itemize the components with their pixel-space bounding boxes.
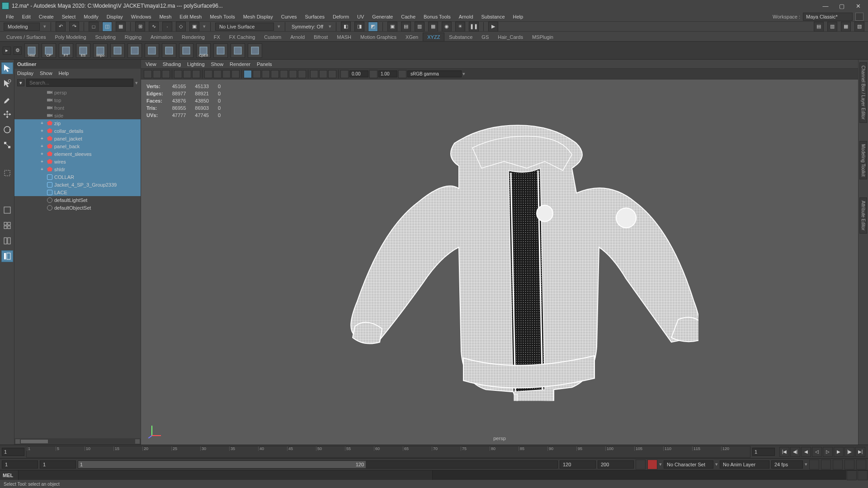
vp-select-camera-icon[interactable] xyxy=(144,70,152,78)
shelf-tab-rendering[interactable]: Rendering xyxy=(177,33,209,41)
range-loop-icon[interactable] xyxy=(844,460,854,469)
vp-2d-pan-icon[interactable] xyxy=(183,70,191,78)
time-slider[interactable]: 1 15101520253035404550556065707580859095… xyxy=(0,445,868,458)
shelf-tab-gs[interactable]: GS xyxy=(477,33,493,41)
pause-icon[interactable]: ❚❚ xyxy=(469,22,479,32)
render-settings-icon[interactable]: ▥ xyxy=(415,22,425,32)
shelf-14[interactable] xyxy=(248,43,262,58)
vp-xray-icon[interactable] xyxy=(310,70,318,78)
menu-curves[interactable]: Curves xyxy=(277,13,301,21)
menu-generate[interactable]: Generate xyxy=(368,13,397,21)
menu-deform[interactable]: Deform xyxy=(329,13,353,21)
panel-menu-panels[interactable]: Panels xyxy=(257,61,272,67)
panel-menu-renderer[interactable]: Renderer xyxy=(230,61,250,67)
outliner-item-defaultlightset[interactable]: defaultLightSet xyxy=(14,196,141,204)
outliner-camera-top[interactable]: top xyxy=(14,96,141,104)
vp-gamma-field[interactable]: 1.00 xyxy=(378,70,397,77)
vp-grease-icon[interactable] xyxy=(192,70,200,78)
outliner-item-collar_details[interactable]: +collar_details xyxy=(14,127,141,135)
shelf-cped[interactable]: CpEd xyxy=(196,43,211,58)
shelf-tab-motion-graphics[interactable]: Motion Graphics xyxy=(356,33,401,41)
auto-key-toggle[interactable] xyxy=(636,460,646,469)
vp-grid-icon[interactable] xyxy=(204,70,212,78)
shelf-tab-curves-surfaces[interactable]: Curves / Surfaces xyxy=(2,33,50,41)
output-connections-icon[interactable]: ◩ xyxy=(368,22,378,32)
outliner-item-panel_jacket[interactable]: +panel_jacket xyxy=(14,135,141,142)
range-out-field[interactable]: 120 xyxy=(560,460,596,469)
vp-motion-blur-icon[interactable] xyxy=(289,70,297,78)
workspace-lock-icon[interactable] xyxy=(855,13,863,21)
close-button[interactable]: ✕ xyxy=(850,0,866,11)
command-help-icon[interactable] xyxy=(858,470,868,480)
vp-wireframe-icon[interactable] xyxy=(244,70,252,78)
shelf-tab-xgen[interactable]: XGen xyxy=(401,33,423,41)
shelf-tab-bifrost[interactable]: Bifrost xyxy=(309,33,332,41)
outliner-item-defaultobjectset[interactable]: defaultObjectSet xyxy=(14,204,141,211)
symmetry-label[interactable]: Symmetry: Off xyxy=(290,24,325,29)
snap-plane-icon[interactable]: ◇ xyxy=(176,22,186,32)
select-tool-icon[interactable] xyxy=(1,62,13,74)
menu-mesh[interactable]: Mesh xyxy=(155,13,175,21)
vp-colorspace-dropdown[interactable]: sRGB gamma xyxy=(407,70,462,77)
command-input[interactable] xyxy=(18,470,432,480)
toggle-attribute-icon[interactable]: ▦ xyxy=(841,22,851,32)
vp-bookmark-icon[interactable] xyxy=(162,70,170,78)
play-back-icon[interactable]: ◁ xyxy=(812,447,822,457)
shelf-es[interactable]: ES xyxy=(76,43,90,58)
outliner-menu-display[interactable]: Display xyxy=(17,70,33,76)
script-editor-icon[interactable] xyxy=(847,470,857,480)
menu-file[interactable]: File xyxy=(2,13,18,21)
go-to-start-icon[interactable]: |◀ xyxy=(779,447,789,457)
menu-create[interactable]: Create xyxy=(35,13,58,21)
menu-help[interactable]: Help xyxy=(509,13,528,21)
outliner-camera-persp[interactable]: persp xyxy=(14,89,141,96)
menu-windows[interactable]: Windows xyxy=(127,13,156,21)
shelf-tab-fx[interactable]: FX xyxy=(209,33,225,41)
shelf-10[interactable] xyxy=(179,43,193,58)
shelf-13[interactable] xyxy=(231,43,245,58)
outliner-camera-front[interactable]: front xyxy=(14,104,141,112)
right-tab-modeling-toolkit[interactable]: Modeling Toolkit xyxy=(859,141,867,180)
construction-history-icon[interactable]: ◧ xyxy=(341,22,351,32)
outliner-item-shldr[interactable]: +shldr xyxy=(14,165,141,173)
rotate-tool-icon[interactable] xyxy=(1,124,13,136)
menu-edit[interactable]: Edit xyxy=(18,13,35,21)
fps-dropdown[interactable]: 24 fps xyxy=(771,460,803,469)
layout-single-icon[interactable] xyxy=(1,204,13,216)
anim-prefs-icon[interactable] xyxy=(856,460,866,469)
range-pref1-icon[interactable] xyxy=(809,460,819,469)
shelf-tab-rigging[interactable]: Rigging xyxy=(120,33,146,41)
vp-gamma-icon[interactable] xyxy=(369,70,377,78)
undo-icon[interactable]: ↶ xyxy=(56,22,66,32)
shelf-impo[interactable]: Impo xyxy=(93,43,108,58)
range-in-field[interactable]: 1 xyxy=(40,460,76,469)
outliner-item-zip[interactable]: +zip xyxy=(14,119,141,127)
workspace-dropdown[interactable]: Maya Classic* xyxy=(803,13,853,21)
panel-menu-view[interactable]: View xyxy=(146,61,156,67)
live-surface-dropdown[interactable]: No Live Surface xyxy=(215,23,274,31)
select-by-name-icon[interactable]: □ xyxy=(89,22,99,32)
shelf-7[interactable] xyxy=(127,43,142,58)
menu-mesh-display[interactable]: Mesh Display xyxy=(239,13,277,21)
snap-view-icon[interactable]: ▣ xyxy=(189,22,199,32)
mode-selector[interactable]: Modeling xyxy=(4,23,40,31)
command-language-label[interactable]: MEL xyxy=(0,470,18,480)
step-forward-icon[interactable]: ▶ xyxy=(834,447,844,457)
shelf-tab-poly-modeling[interactable]: Poly Modeling xyxy=(50,33,90,41)
layout-outliner-icon[interactable] xyxy=(1,250,13,262)
vp-lock-camera-icon[interactable] xyxy=(153,70,161,78)
panel-menu-shading[interactable]: Shading xyxy=(163,61,181,67)
vp-textured-icon[interactable] xyxy=(298,70,306,78)
menu-bonus-tools[interactable]: Bonus Tools xyxy=(420,13,455,21)
vp-exposure-field[interactable]: 0.00 xyxy=(349,70,368,77)
vp-smooth-shade-icon[interactable] xyxy=(253,70,261,78)
layout-icon[interactable]: ▶ xyxy=(488,22,498,32)
character-set-dropdown[interactable]: No Character Set xyxy=(664,460,713,469)
minimize-button[interactable]: — xyxy=(817,0,834,11)
outliner-hscroll[interactable] xyxy=(14,438,141,445)
scale-tool-icon[interactable] xyxy=(1,139,13,151)
shelf-12[interactable] xyxy=(213,43,228,58)
shelf-tab-custom[interactable]: Custom xyxy=(259,33,286,41)
current-time-field[interactable]: 1 xyxy=(2,448,24,456)
outliner-menu-show[interactable]: Show xyxy=(40,70,52,76)
